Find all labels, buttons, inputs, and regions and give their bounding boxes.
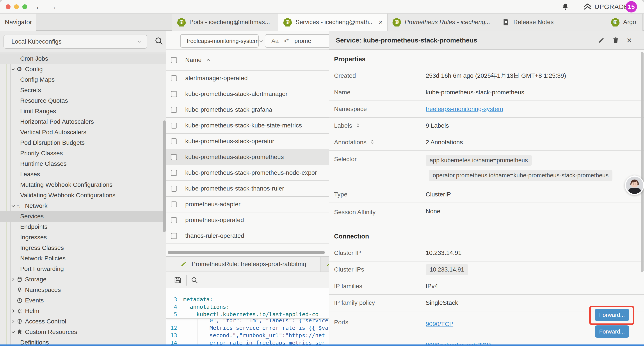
upgrade-button[interactable]: UPGRADE (584, 3, 628, 11)
forward-port-button[interactable]: Forward... (595, 326, 629, 338)
yaml-editor[interactable]: 3metadata: 4 annotations: 5 kubectl.kube… (166, 288, 329, 346)
runbook-url-link[interactable]: https://net (289, 332, 325, 339)
save-icon[interactable] (174, 276, 182, 284)
row-checkbox[interactable] (171, 170, 177, 176)
edit-pencil-icon[interactable] (598, 37, 605, 44)
sidebar-item[interactable]: Mutating Webhook Configurations (0, 180, 166, 190)
sidebar-item[interactable]: Pod Disruption Budgets (0, 137, 166, 148)
namespace-select[interactable]: freeleaps-monitoring-system (180, 34, 259, 48)
sort-ascending-icon[interactable] (206, 57, 211, 63)
tree-chevron-icon[interactable] (10, 309, 17, 313)
sidebar-item[interactable]: Ingress Classes (0, 243, 166, 253)
horizontal-scrollbar[interactable] (168, 251, 325, 254)
table-search-input[interactable]: Aa ▪* prome (265, 34, 329, 48)
match-case-toggle[interactable]: Aa (271, 38, 278, 44)
sidebar-item[interactable]: Runtime Classes (0, 159, 166, 169)
sidebar-item[interactable]: Network Policies (0, 253, 166, 264)
sidebar-item[interactable]: Vertical Pod Autoscalers (0, 127, 166, 137)
sidebar-search-icon[interactable] (154, 36, 164, 45)
forward-button[interactable]: → (49, 2, 57, 12)
panel-scrollbar[interactable] (641, 52, 644, 272)
kubeconfig-select[interactable]: Local Kubeconfigs (4, 34, 147, 49)
sidebar-item[interactable]: Storage (0, 274, 166, 285)
sidebar-item[interactable]: Endpoints (0, 222, 166, 232)
sidebar-item[interactable]: Services (0, 211, 166, 222)
sidebar-item[interactable]: Validating Webhook Configurations (0, 190, 166, 201)
notifications-bell-icon[interactable] (562, 3, 569, 10)
row-checkbox[interactable] (171, 233, 177, 239)
tree-chevron-icon[interactable] (10, 277, 17, 282)
row-checkbox[interactable] (171, 123, 177, 129)
expand-collapse-icon[interactable] (370, 139, 375, 145)
table-row[interactable]: kube-prometheus-stack-grafana (166, 102, 329, 118)
tree-chevron-icon[interactable] (10, 67, 17, 72)
editor-tab-prometheusrule[interactable]: PrometheusRule: freeleaps-prod-rabbitmq (166, 257, 320, 272)
tree-chevron-icon[interactable] (10, 330, 17, 335)
sidebar-item[interactable]: Leases (0, 169, 166, 180)
app-tab[interactable]: ☸ Services - icecheng@math... × (278, 13, 388, 31)
tree-chevron-icon[interactable] (10, 319, 17, 324)
sidebar-item[interactable]: Horizontal Pod Autoscalers (0, 116, 166, 127)
sidebar-item[interactable]: Limit Ranges (0, 106, 166, 116)
sidebar-item[interactable]: Events (0, 295, 166, 306)
app-tab[interactable]: ☸ Argo Se (606, 13, 643, 31)
sidebar-item[interactable]: Namespaces (0, 285, 166, 295)
row-checkbox[interactable] (171, 201, 177, 207)
table-row[interactable]: kube-prometheus-stack-prometheus-node-ex… (166, 165, 329, 181)
sidebar-item[interactable]: Cron Jobs (0, 53, 166, 64)
sidebar-scrollbar[interactable] (163, 120, 166, 232)
expand-collapse-icon[interactable] (355, 123, 360, 129)
table-row[interactable]: prometheus-operated (166, 212, 329, 228)
close-icon[interactable]: × (627, 37, 632, 44)
editor-tab-next[interactable] (321, 257, 329, 272)
maximize-window-button[interactable] (22, 4, 27, 9)
regex-toggle[interactable]: ▪* (284, 38, 289, 44)
table-row[interactable]: kube-prometheus-stack-operator (166, 134, 329, 149)
sidebar-item[interactable]: ⚙ Config (0, 64, 166, 74)
sidebar-item[interactable]: Secrets (0, 85, 166, 95)
minimize-window-button[interactable] (14, 4, 19, 9)
sidebar-item[interactable]: Port Forwarding (0, 264, 166, 274)
sidebar-item[interactable]: Priority Classes (0, 148, 166, 159)
port-link[interactable]: 9090/TCP (426, 321, 453, 328)
sidebar-item[interactable]: Helm (0, 306, 166, 316)
back-button[interactable]: ← (35, 2, 43, 12)
table-row[interactable]: alertmanager-operated (166, 70, 329, 86)
table-row[interactable]: kube-prometheus-stack-thanos-ruler (166, 181, 329, 197)
table-row[interactable]: thanos-ruler-operated (166, 228, 329, 244)
row-checkbox[interactable] (171, 91, 177, 97)
sidebar-item[interactable]: Custom Resources (0, 327, 166, 337)
name-column-header[interactable]: Name (185, 56, 202, 63)
sidebar-item-label: Leases (20, 171, 40, 178)
user-avatar[interactable] (625, 175, 644, 195)
sidebar-item[interactable]: Access Control (0, 316, 166, 327)
row-checkbox[interactable] (171, 138, 177, 144)
row-checkbox[interactable] (171, 75, 177, 81)
row-checkbox[interactable] (171, 154, 177, 160)
app-tab[interactable]: ☸ Prometheus Rules - icecheng... (388, 13, 497, 31)
namespace-link[interactable]: freeleaps-monitoring-system (426, 106, 503, 113)
row-checkbox[interactable] (171, 107, 177, 113)
table-row[interactable]: kube-prometheus-stack-prometheus (166, 149, 329, 165)
app-tab[interactable]: Release Notes (497, 13, 606, 31)
app-tab[interactable]: ☸ Pods - icecheng@mathmas... (172, 13, 278, 31)
sidebar-item[interactable]: Resource Quotas (0, 95, 166, 106)
notification-count-badge[interactable]: 15 (626, 1, 637, 12)
delete-trash-icon[interactable] (612, 37, 619, 44)
select-all-checkbox[interactable] (171, 57, 177, 63)
navigator-panel-tab[interactable]: Navigator (0, 13, 36, 31)
table-row[interactable]: prometheus-adapter (166, 197, 329, 212)
sidebar-item[interactable]: Config Maps (0, 74, 166, 85)
editor-search-icon[interactable] (191, 276, 198, 284)
sidebar-item-label: Ingress Classes (20, 244, 64, 251)
services-table: alertmanager-operated kube-prometheus-st… (166, 70, 329, 244)
tree-chevron-icon[interactable] (10, 203, 17, 208)
row-checkbox[interactable] (171, 217, 177, 223)
tab-close-icon[interactable]: × (376, 18, 383, 26)
table-row[interactable]: kube-prometheus-stack-alertmanager (166, 86, 329, 102)
row-checkbox[interactable] (171, 186, 177, 192)
close-window-button[interactable] (6, 4, 10, 9)
table-row[interactable]: kube-prometheus-stack-kube-state-metrics (166, 118, 329, 134)
sidebar-item[interactable]: ↑↓ Network (0, 201, 166, 211)
sidebar-item[interactable]: Ingresses (0, 232, 166, 243)
